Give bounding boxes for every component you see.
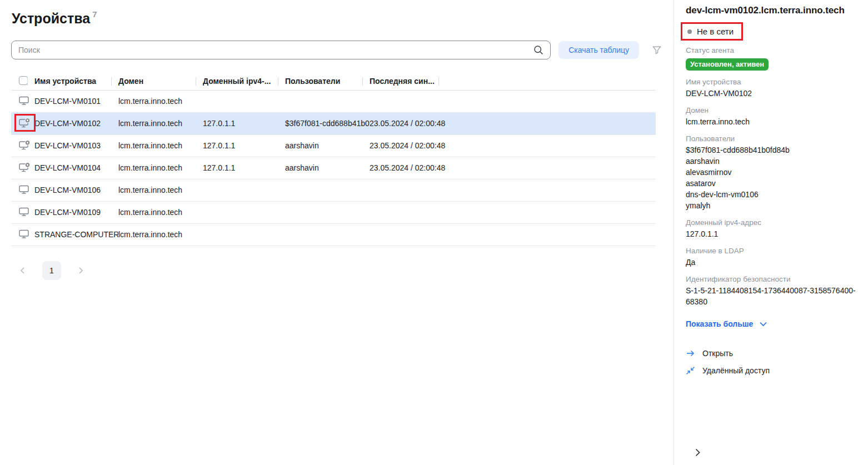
- table-row[interactable]: DEV-LCM-VM0104lcm.terra.inno.tech127.0.1…: [11, 157, 656, 179]
- field-value: aarshavin: [686, 156, 857, 167]
- cell-domain: lcm.terra.inno.tech: [118, 112, 203, 134]
- field-value: asatarov: [686, 178, 857, 189]
- action-label: Открыть: [702, 349, 733, 358]
- arrow-right-icon: [686, 349, 695, 358]
- cell-last-sync: 23.05.2024 / 02:00:48: [370, 157, 439, 179]
- next-page-button[interactable]: [74, 267, 87, 274]
- header-filler: [439, 72, 656, 90]
- action-remote-access[interactable]: Удалённый доступ: [686, 366, 857, 375]
- cell-domain: lcm.terra.inno.tech: [118, 134, 203, 157]
- cell-name: DEV-LCM-VM0101: [34, 90, 118, 112]
- field-value: lcm.terra.inno.tech: [686, 116, 857, 127]
- field-value: Да: [686, 257, 857, 268]
- panel-field: Доменlcm.terra.inno.tech: [686, 106, 857, 127]
- column-header[interactable]: Доменный ipv4-...: [203, 72, 285, 90]
- show-more-button[interactable]: Показать больше: [686, 319, 767, 328]
- agent-status-badge: Установлен, активен: [686, 58, 769, 71]
- action-open[interactable]: Открыть: [686, 349, 857, 358]
- cell-users: [285, 179, 370, 201]
- cell-last-sync: 23.05.2024 / 02:00:48: [370, 134, 439, 157]
- device-table-body: DEV-LCM-VM0101lcm.terra.inno.techDEV-LCM…: [11, 90, 656, 246]
- cell-ipv4: [203, 223, 285, 246]
- device-offline-icon: [19, 140, 31, 150]
- remote-access-icon: [686, 366, 695, 375]
- panel-actions: ОткрытьУдалённый доступ: [686, 349, 857, 383]
- cell-name: DEV-LCM-VM0102: [34, 112, 118, 134]
- show-more-label: Показать больше: [686, 319, 753, 328]
- cell-ipv4: 127.0.1.1: [203, 157, 285, 179]
- cell-domain: lcm.terra.inno.tech: [118, 179, 203, 201]
- panel-field: Пользователи$3f67f081-cdd688b41b0fd84baa…: [686, 134, 857, 211]
- table-row[interactable]: DEV-LCM-VM0109lcm.terra.inno.tech: [11, 201, 656, 223]
- table-header-row: Имя устройстваДоменДоменный ipv4-...Поль…: [11, 72, 656, 90]
- device-details-panel: dev-lcm-vm0102.lcm.terra.inno.tech Не в …: [674, 0, 868, 465]
- cell-filler: [439, 90, 656, 112]
- device-icon-cell: [11, 179, 34, 201]
- field-label: Пользователи: [686, 134, 857, 143]
- cell-ipv4: 127.0.1.1: [203, 112, 285, 134]
- cell-domain: lcm.terra.inno.tech: [118, 90, 203, 112]
- device-count-badge: 7: [92, 9, 97, 19]
- filter-icon: [652, 48, 661, 56]
- devices-page: Устройства7 Скачать таблицу: [0, 0, 674, 465]
- search-box: [11, 41, 551, 59]
- column-header[interactable]: Имя устройства: [34, 72, 118, 90]
- table-row[interactable]: DEV-LCM-VM0103lcm.terra.inno.tech127.0.1…: [11, 134, 656, 157]
- table-row[interactable]: DEV-LCM-VM0106lcm.terra.inno.tech: [11, 179, 656, 201]
- app-root: Устройства7 Скачать таблицу: [0, 0, 868, 465]
- cell-filler: [439, 112, 656, 134]
- cell-users: aarshavin: [285, 134, 370, 157]
- device-offline-icon: [19, 162, 31, 172]
- cell-name: DEV-LCM-VM0109: [34, 201, 118, 223]
- cell-name: DEV-LCM-VM0106: [34, 179, 118, 201]
- device-online-icon: [19, 185, 29, 194]
- panel-field: Идентификатор безопасностиS-1-5-21-11844…: [686, 275, 857, 307]
- cell-filler: [439, 223, 656, 246]
- cell-last-sync: [370, 223, 439, 246]
- prev-page-button[interactable]: [17, 267, 29, 274]
- table-row[interactable]: DEV-LCM-VM0101lcm.terra.inno.tech: [11, 90, 656, 112]
- field-value: S-1-5-21-1184408154-1736440087-315857640…: [686, 285, 857, 307]
- download-table-button[interactable]: Скачать таблицу: [558, 41, 639, 59]
- column-header[interactable]: Последняя син...: [370, 72, 439, 90]
- column-header[interactable]: Пользователи: [285, 72, 370, 90]
- select-all-cell: [11, 72, 34, 90]
- field-label: Идентификатор безопасности: [686, 275, 857, 283]
- filter-button[interactable]: [651, 44, 662, 56]
- field-label: Домен: [686, 106, 857, 114]
- cell-filler: [439, 134, 656, 157]
- page-number-button[interactable]: 1: [42, 261, 61, 280]
- cell-users: aarshavin: [285, 157, 370, 179]
- device-icon-cell: [11, 157, 34, 179]
- table-row[interactable]: DEV-LCM-VM0102lcm.terra.inno.tech127.0.1…: [11, 112, 656, 134]
- device-offline-icon: [19, 118, 31, 128]
- select-all-checkbox[interactable]: [19, 76, 28, 85]
- field-value: 127.0.1.1: [686, 228, 857, 239]
- cell-users: [285, 223, 370, 246]
- cell-last-sync: [370, 179, 439, 201]
- agent-status-label: Статус агента: [686, 46, 857, 54]
- cell-ipv4: [203, 90, 285, 112]
- panel-field: Наличие в LDAPДа: [686, 247, 857, 268]
- cell-last-sync: [370, 201, 439, 223]
- page-title: Устройства7: [12, 11, 674, 27]
- cell-ipv4: [203, 201, 285, 223]
- device-icon-cell: [11, 134, 34, 157]
- field-value: DEV-LCM-VM0102: [686, 88, 857, 99]
- cell-name: STRANGE-COMPUTER: [34, 223, 118, 246]
- column-header[interactable]: Домен: [118, 72, 203, 90]
- search-input[interactable]: [11, 41, 551, 59]
- cell-users: [285, 90, 370, 112]
- panel-field: Имя устройстваDEV-LCM-VM0102: [686, 78, 857, 99]
- field-value: $3f67f081-cdd688b41b0fd84b: [686, 144, 857, 156]
- device-online-icon: [19, 96, 29, 105]
- chevron-right-icon: [694, 451, 702, 459]
- table-row[interactable]: STRANGE-COMPUTERlcm.terra.inno.tech: [11, 223, 656, 246]
- cell-domain: lcm.terra.inno.tech: [118, 223, 203, 246]
- cell-users: [285, 201, 370, 223]
- cell-name: DEV-LCM-VM0104: [34, 157, 118, 179]
- cell-last-sync: 23.05.2024 / 02:00:48: [370, 112, 439, 134]
- collapse-panel-button[interactable]: [694, 448, 702, 457]
- device-icon-cell: [11, 90, 34, 112]
- search-icon[interactable]: [533, 45, 543, 55]
